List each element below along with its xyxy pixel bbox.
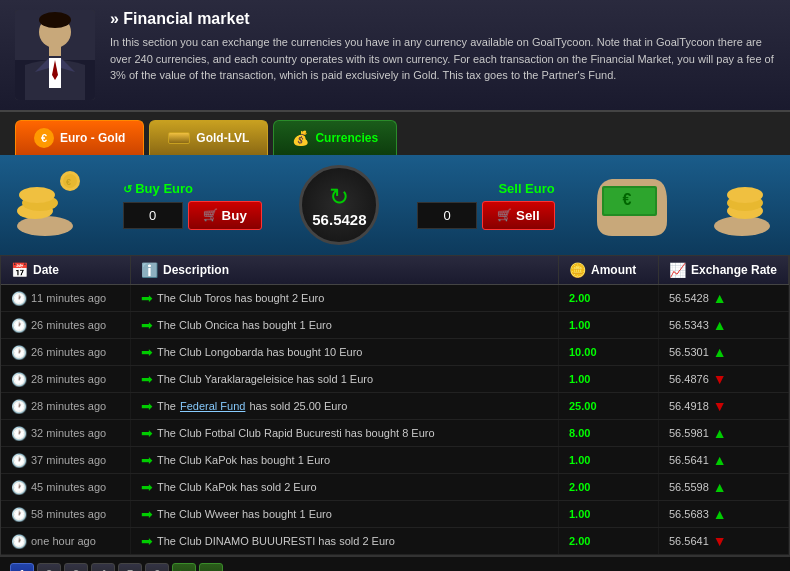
td-rate: 56.4876▼ xyxy=(659,366,789,392)
svg-point-10 xyxy=(19,187,55,203)
td-amount: 1.00 xyxy=(559,501,659,527)
bills-right-decoration: € xyxy=(592,171,672,239)
td-rate: 56.5683▲ xyxy=(659,501,789,527)
td-amount: 8.00 xyxy=(559,420,659,446)
buy-input[interactable] xyxy=(123,202,183,229)
td-description: ➡The Club KaPok has bought 1 Euro xyxy=(131,447,559,473)
desc-link[interactable]: Federal Fund xyxy=(180,400,245,412)
arrows-icon: ↻ xyxy=(329,183,349,211)
table-row: 🕐11 minutes ago➡The Club Toros has bough… xyxy=(1,285,789,312)
svg-rect-4 xyxy=(49,46,61,56)
arrow-right-icon: ➡ xyxy=(141,425,153,441)
arrow-right-icon: ➡ xyxy=(141,371,153,387)
clock-icon: 🕐 xyxy=(11,426,27,441)
rate-value: 56.5301 xyxy=(669,346,709,358)
date-text: 58 minutes ago xyxy=(31,508,106,520)
td-date: 🕐28 minutes ago xyxy=(1,366,131,392)
desc-text: The Club KaPok has sold 2 Euro xyxy=(157,481,317,493)
calendar-icon: 📅 xyxy=(11,262,28,278)
svg-point-20 xyxy=(727,187,763,203)
clock-icon: 🕐 xyxy=(11,507,27,522)
td-description: ➡The Club Oncica has bought 1 Euro xyxy=(131,312,559,338)
table-row: 🕐28 minutes ago➡The Club Yaraklarageleis… xyxy=(1,366,789,393)
svg-point-17 xyxy=(714,216,770,236)
rate-value: 56.5641 xyxy=(669,535,709,547)
buy-controls: 🛒 Buy xyxy=(123,201,262,230)
arrow-right-icon: ➡ xyxy=(141,398,153,414)
page-btn-1[interactable]: 1 xyxy=(10,563,34,571)
sell-button[interactable]: 🛒 Sell xyxy=(482,201,555,230)
page-btn-2[interactable]: 2 xyxy=(37,563,61,571)
th-exchange-rate: 📈 Exchange Rate xyxy=(659,256,789,284)
page-last-button[interactable]: ⏭ xyxy=(199,563,223,571)
clock-icon: 🕐 xyxy=(11,291,27,306)
clock-icon: 🕐 xyxy=(11,453,27,468)
tab-currencies[interactable]: 💰 Currencies xyxy=(273,120,397,155)
page-btn-6[interactable]: 6 xyxy=(145,563,169,571)
td-rate: 56.4918▼ xyxy=(659,393,789,419)
page-btn-5[interactable]: 5 xyxy=(118,563,142,571)
tab-bar: € Euro - Gold Gold-LVL 💰 Currencies xyxy=(0,112,790,155)
tab-currencies-label: Currencies xyxy=(315,131,378,145)
trend-up-icon: ▲ xyxy=(713,452,727,468)
avatar xyxy=(15,10,95,100)
trend-up-icon: ▲ xyxy=(713,290,727,306)
page-next-button[interactable]: ▶ xyxy=(172,563,196,571)
tab-gold-lvl-label: Gold-LVL xyxy=(196,131,249,145)
sell-input[interactable] xyxy=(417,202,477,229)
td-rate: 56.5428▲ xyxy=(659,285,789,311)
clock-icon: 🕐 xyxy=(11,372,27,387)
buy-label: ↺ Buy Euro xyxy=(123,181,193,196)
rate-value: 56.5683 xyxy=(669,508,709,520)
td-date: 🕐one hour ago xyxy=(1,528,131,554)
desc-text: The Club Oncica has bought 1 Euro xyxy=(157,319,332,331)
td-rate: 56.5301▲ xyxy=(659,339,789,365)
clock-icon: 🕐 xyxy=(11,480,27,495)
rate-value: 56.4876 xyxy=(669,373,709,385)
coins-right-decoration xyxy=(710,171,775,239)
rate-value: 56.5981 xyxy=(669,427,709,439)
td-description: ➡The Club Toros has bought 2 Euro xyxy=(131,285,559,311)
coin-icon: 🪙 xyxy=(569,262,586,278)
table-row: 🕐37 minutes ago➡The Club KaPok has bough… xyxy=(1,447,789,474)
sell-cart-icon: 🛒 xyxy=(497,208,512,222)
trend-down-icon: ▼ xyxy=(713,398,727,414)
td-rate: 56.5641▲ xyxy=(659,447,789,473)
td-date: 🕐28 minutes ago xyxy=(1,393,131,419)
td-amount: 2.00 xyxy=(559,285,659,311)
date-text: one hour ago xyxy=(31,535,96,547)
trend-up-icon: ▲ xyxy=(713,425,727,441)
date-text: 45 minutes ago xyxy=(31,481,106,493)
td-rate: 56.5343▲ xyxy=(659,312,789,338)
svg-text:€: € xyxy=(66,177,71,187)
arrow-right-icon: ➡ xyxy=(141,344,153,360)
sell-controls: 🛒 Sell xyxy=(417,201,555,230)
page-btn-3[interactable]: 3 xyxy=(64,563,88,571)
page-title: » Financial market xyxy=(110,10,775,28)
page-btn-4[interactable]: 4 xyxy=(91,563,115,571)
arrow-right-icon: ➡ xyxy=(141,452,153,468)
trend-down-icon: ▼ xyxy=(713,533,727,549)
td-description: ➡The Club Yaraklarageleisice has sold 1 … xyxy=(131,366,559,392)
tab-euro-gold[interactable]: € Euro - Gold xyxy=(15,120,144,155)
clock-icon: 🕐 xyxy=(11,345,27,360)
td-amount: 10.00 xyxy=(559,339,659,365)
buy-button[interactable]: 🛒 Buy xyxy=(188,201,262,230)
arrow-right-icon: ➡ xyxy=(141,290,153,306)
table-row: 🕐26 minutes ago➡The Club Longobarda has … xyxy=(1,339,789,366)
desc-text: The Club KaPok has bought 1 Euro xyxy=(157,454,330,466)
th-amount: 🪙 Amount xyxy=(559,256,659,284)
header: » Financial market In this section you c… xyxy=(0,0,790,112)
td-rate: 56.5981▲ xyxy=(659,420,789,446)
tab-gold-lvl[interactable]: Gold-LVL xyxy=(149,120,268,155)
trend-up-icon: ▲ xyxy=(713,344,727,360)
td-description: ➡The Club KaPok has sold 2 Euro xyxy=(131,474,559,500)
td-rate: 56.5641▼ xyxy=(659,528,789,554)
table-row: 🕐32 minutes ago➡The Club Fotbal Club Rap… xyxy=(1,420,789,447)
td-date: 🕐45 minutes ago xyxy=(1,474,131,500)
date-text: 26 minutes ago xyxy=(31,319,106,331)
rate-value: 56.5598 xyxy=(669,481,709,493)
td-amount: 2.00 xyxy=(559,528,659,554)
buy-section: ↺ Buy Euro 🛒 Buy xyxy=(123,181,262,230)
td-date: 🕐37 minutes ago xyxy=(1,447,131,473)
